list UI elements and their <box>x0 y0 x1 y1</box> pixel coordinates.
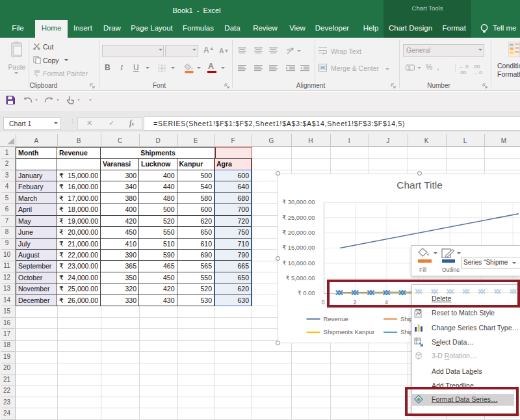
svg-text:Chart Title: Chart Title <box>396 179 443 190</box>
svg-text:₹ 15,000.00: ₹ 15,000.00 <box>282 244 315 251</box>
svg-text:₹ 10,000.00: ₹ 10,000.00 <box>282 259 315 266</box>
svg-text:ab: ab <box>287 47 291 51</box>
svg-text:₹ 20,000.00: ₹ 20,000.00 <box>282 228 315 235</box>
svg-text:₹ 25,000.00: ₹ 25,000.00 <box>282 213 315 220</box>
svg-text:₹ 30,000.00: ₹ 30,000.00 <box>282 198 315 205</box>
svg-text:Shipments Kanpur: Shipments Kanpur <box>324 328 376 335</box>
svg-text:₹ 0.00: ₹ 0.00 <box>298 289 315 296</box>
svg-text:₹ 5,000.00: ₹ 5,000.00 <box>285 274 315 282</box>
svg-text:$: $ <box>408 65 411 71</box>
svg-text:0: 0 <box>322 298 325 305</box>
svg-text:Revenue: Revenue <box>324 315 348 322</box>
